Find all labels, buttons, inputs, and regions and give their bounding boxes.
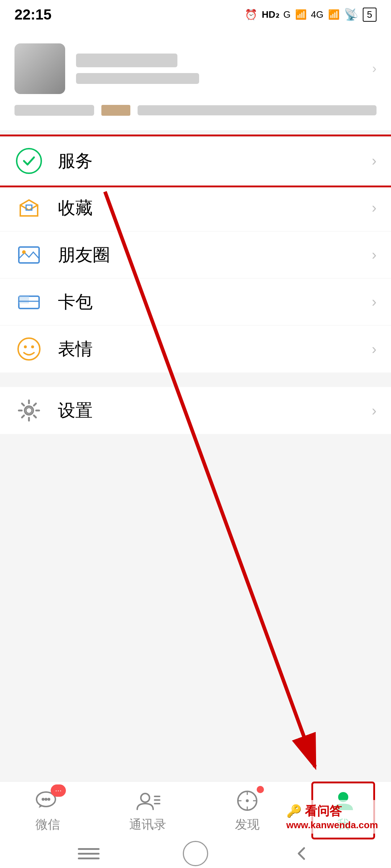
avatar-placeholder: [14, 43, 65, 94]
settings-label: 设置: [58, 399, 372, 422]
moments-chevron-icon: ›: [372, 247, 377, 263]
battery-icon: 5: [363, 8, 377, 22]
settings-icon: [14, 396, 43, 425]
hd-icon: HD₂: [262, 9, 279, 20]
svg-point-13: [45, 798, 47, 801]
nav-item-weixin[interactable]: ··· 微信: [19, 784, 77, 837]
nav-item-contacts[interactable]: 通讯录: [115, 784, 181, 837]
svg-point-10: [26, 408, 32, 413]
menu-item-collect[interactable]: 收藏 ›: [0, 184, 391, 231]
profile-info: [76, 54, 361, 84]
discover-dot: [257, 786, 264, 793]
blur-extra-1: [14, 105, 94, 116]
status-time: 22:15: [14, 7, 51, 23]
section-sep-2: [0, 373, 391, 380]
svg-point-2: [22, 250, 26, 254]
home-button-icon[interactable]: [183, 841, 208, 866]
collect-chevron-icon: ›: [372, 200, 377, 216]
weixin-label: 微信: [35, 816, 60, 833]
status-bar: 22:15 ⏰ HD₂ G 📶 4G 📶 📡 5: [0, 0, 391, 29]
svg-point-8: [31, 345, 34, 348]
svg-rect-4: [19, 296, 29, 303]
weixin-badge: ···: [51, 784, 66, 797]
profile-chevron-icon: ›: [372, 61, 377, 76]
profile-area[interactable]: ›: [0, 29, 391, 130]
emoji-icon: [14, 335, 43, 363]
blur-extra-2: [138, 105, 377, 115]
alarm-icon: ⏰: [245, 9, 257, 21]
menu-lines-icon[interactable]: [78, 848, 100, 859]
name-blur: [76, 54, 177, 67]
status-icons: ⏰ HD₂ G 📶 4G 📶 📡 5: [245, 8, 377, 22]
signal-4g-icon: 4G: [311, 9, 324, 20]
menu-item-settings[interactable]: 设置 ›: [0, 387, 391, 434]
menu-item-emoji[interactable]: 表情 ›: [0, 326, 391, 373]
signal-bars-2-icon: 📶: [328, 9, 340, 20]
settings-section: 设置 ›: [0, 387, 391, 434]
profile-row: ›: [14, 43, 377, 94]
svg-point-15: [141, 793, 150, 802]
profile-extra-row: [14, 105, 377, 116]
settings-chevron-icon: ›: [372, 403, 377, 419]
service-label: 服务: [58, 149, 372, 173]
watermark: 🔑 看问答 www.kanwenda.com: [281, 800, 384, 834]
discover-icon-wrap: [233, 788, 262, 813]
nav-item-discover[interactable]: 发现: [218, 784, 276, 837]
back-button-icon[interactable]: [291, 844, 313, 863]
collect-label: 收藏: [58, 196, 372, 220]
menu-item-wallet[interactable]: 卡包 ›: [0, 278, 391, 326]
svg-point-20: [246, 799, 249, 802]
weixin-icon-wrap: ···: [33, 788, 62, 813]
signal-bars-icon: 📶: [295, 9, 307, 20]
emoji-label: 表情: [58, 337, 372, 361]
service-chevron-icon: ›: [372, 153, 377, 169]
menu-item-service[interactable]: 服务 ›: [0, 137, 391, 184]
moments-icon: [14, 241, 43, 269]
emoji-chevron-icon: ›: [372, 341, 377, 357]
wallet-chevron-icon: ›: [372, 294, 377, 310]
discover-label: 发现: [235, 816, 260, 833]
svg-point-6: [18, 338, 40, 360]
section-sep-1: [0, 130, 391, 137]
service-icon: [14, 146, 43, 175]
svg-point-0: [17, 149, 41, 173]
svg-point-7: [24, 345, 27, 348]
wifi-icon: 📡: [344, 8, 358, 21]
wallet-label: 卡包: [58, 290, 372, 314]
collect-icon: [14, 193, 43, 222]
contacts-label: 通讯录: [129, 816, 166, 833]
menu-section: 服务 › 收藏 › 朋友圈 ›: [0, 137, 391, 373]
blur-tag: [101, 105, 130, 116]
signal-g-icon: G: [283, 9, 291, 20]
svg-point-12: [42, 798, 45, 801]
home-indicator-area: [0, 839, 391, 868]
gray-area: [0, 434, 391, 564]
wallet-icon: [14, 288, 43, 316]
svg-point-14: [47, 798, 50, 801]
contacts-icon-wrap: [133, 788, 162, 813]
id-blur: [76, 73, 199, 84]
menu-item-moments[interactable]: 朋友圈 ›: [0, 231, 391, 278]
moments-label: 朋友圈: [58, 243, 372, 267]
